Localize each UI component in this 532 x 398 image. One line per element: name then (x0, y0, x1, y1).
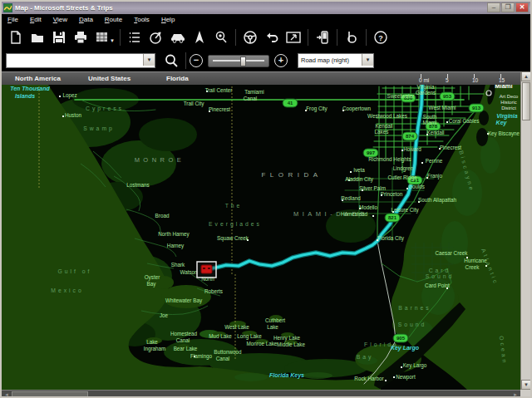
map-label: Creek (466, 264, 480, 270)
map-label: Franjo (427, 173, 442, 179)
map-label: Sound (398, 322, 427, 327)
route-shield-953: 953 (440, 92, 455, 101)
scrollbar-corner (520, 390, 530, 398)
map-label: Modello (359, 204, 378, 210)
map-label: Coopertown (342, 106, 371, 112)
map-label: Bay (147, 281, 157, 287)
scale-label: 5 (446, 77, 449, 83)
lasso-icon[interactable] (341, 27, 362, 47)
map-label: Pinecrest (440, 145, 461, 150)
map-label: Middle Lake (277, 341, 305, 347)
map-label: Barnes (398, 305, 431, 311)
search-combo[interactable]: ▼ (6, 53, 155, 68)
compass-find-icon[interactable] (145, 27, 167, 47)
find-place-icon[interactable] (210, 27, 232, 47)
horizontal-scrollbar[interactable]: ◄ ► (2, 390, 520, 398)
zoom-out-button[interactable]: − (190, 54, 203, 67)
export-mobile-icon[interactable] (312, 27, 333, 47)
map-label: Key Largo (391, 345, 420, 351)
town-dot (421, 162, 423, 164)
open-folder-icon[interactable] (27, 27, 48, 47)
print-icon[interactable] (70, 27, 91, 47)
map-label: Lostmans (126, 182, 149, 188)
map-label: Lake (267, 324, 278, 330)
undo-icon[interactable] (261, 27, 283, 47)
svg-text:905: 905 (397, 336, 406, 341)
help-icon[interactable]: ? (370, 27, 392, 47)
scroll-down-icon[interactable]: ▼ (521, 380, 531, 390)
map-label: Whitewater Bay (165, 297, 203, 304)
title-bar[interactable]: Map - Microsoft Streets & Trips – ❐ ✕ (2, 2, 530, 14)
map-style-dropdown-icon[interactable]: ▼ (362, 54, 373, 66)
map-legend-icon[interactable] (91, 27, 113, 47)
search-combo-dropdown-icon[interactable]: ▼ (143, 54, 155, 66)
minimize-button[interactable]: – (487, 2, 500, 12)
map-legend-dropdown-icon[interactable]: ▼ (110, 38, 115, 43)
zoom-slider[interactable] (208, 55, 269, 67)
town-dot (372, 215, 374, 217)
map-label: Richmond Heights (368, 156, 411, 163)
search-icon[interactable] (160, 51, 182, 71)
menu-data[interactable]: Data (73, 15, 99, 24)
car-route-icon[interactable] (167, 27, 189, 47)
menu-help[interactable]: Help (155, 15, 180, 24)
map-label: Harney (167, 243, 185, 249)
map-label: Art Deco (500, 94, 519, 99)
map-style-select[interactable]: Road map (night) ▼ (298, 53, 374, 68)
menu-file[interactable]: File (2, 15, 24, 24)
route-shield-913: 913 (469, 104, 484, 112)
map-label: Shark (171, 262, 185, 268)
menu-view[interactable]: View (47, 15, 73, 24)
map-label: Flamingo (190, 353, 212, 360)
scale-label: 15 (499, 77, 505, 83)
new-icon[interactable] (5, 27, 27, 47)
map-label: Gulf of (57, 268, 91, 274)
close-button[interactable]: ✕ (515, 2, 529, 12)
driving-directions-icon[interactable] (239, 27, 261, 47)
map-label: Canal (244, 96, 257, 101)
map-label: Monroe Lake (247, 341, 278, 346)
map-label: Miami (423, 120, 437, 125)
search-input[interactable] (7, 55, 144, 66)
breadcrumb-florida[interactable]: Florida (166, 75, 189, 82)
app-window: Map - Microsoft Streets & Trips – ❐ ✕ Fi… (0, 0, 532, 398)
map-label: Watson (180, 269, 198, 275)
map-label: Virginia (496, 113, 518, 120)
zoom-slider-thumb[interactable] (240, 57, 246, 66)
map-label: District (501, 106, 516, 111)
vertical-scrollbar-thumb[interactable] (522, 82, 530, 120)
pan-view-icon[interactable] (283, 27, 304, 47)
map-label: North Harney (158, 231, 190, 238)
map-label: MONROE (135, 156, 185, 164)
search-toolbar: ▼ − + Road map (night) ▼ (2, 50, 530, 71)
selected-pushpin[interactable] (197, 262, 216, 278)
scroll-right-icon[interactable]: ► (511, 391, 520, 398)
map-label: Trail City (184, 101, 204, 107)
map-viewport[interactable]: 41997836953913874878821821905Ten Thousan… (2, 85, 520, 390)
breadcrumb-north-america[interactable]: North America (15, 75, 61, 82)
menu-edit[interactable]: Edit (24, 15, 47, 24)
maximize-button[interactable]: ❐ (501, 2, 515, 12)
location-bar: North AmericaUnited StatesFlorida0 mi510… (2, 71, 530, 85)
map-label: Lopez (62, 92, 76, 99)
map-label: Coral Gables (449, 118, 480, 124)
map-label: Silver Palm (359, 185, 386, 191)
menu-route[interactable]: Route (99, 15, 128, 24)
menu-tools[interactable]: Tools (128, 15, 155, 24)
itinerary-list-icon[interactable] (124, 27, 145, 47)
breadcrumb-united-states[interactable]: United States (88, 75, 131, 82)
main-toolbar: ▼ ? (2, 24, 530, 50)
scroll-up-icon[interactable]: ▲ (521, 71, 531, 81)
svg-text:997: 997 (367, 150, 376, 155)
svg-text:953: 953 (443, 94, 452, 99)
map-label: Florida Keys (269, 372, 304, 379)
gps-arrow-icon[interactable] (189, 27, 210, 47)
save-icon[interactable] (48, 27, 70, 47)
svg-text:?: ? (378, 33, 383, 42)
vertical-scrollbar[interactable]: ▲ ▼ (520, 71, 530, 390)
map-label: Islands (15, 93, 35, 99)
scroll-left-icon[interactable]: ◄ (2, 391, 11, 398)
map-label: Bay (357, 354, 374, 361)
horizontal-scrollbar-thumb[interactable] (12, 391, 88, 398)
zoom-in-button[interactable]: + (274, 54, 288, 67)
